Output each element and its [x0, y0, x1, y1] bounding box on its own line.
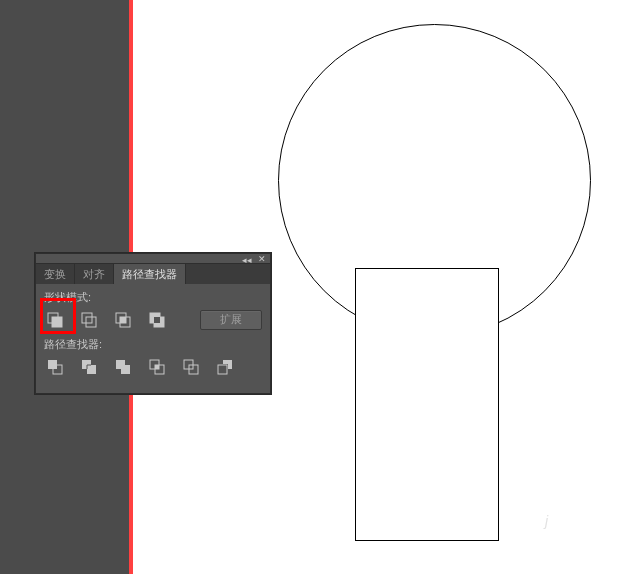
watermark: j: [545, 513, 548, 529]
tab-align[interactable]: 对齐: [75, 264, 114, 284]
divide-button[interactable]: [44, 356, 66, 378]
shape-rectangle[interactable]: [355, 268, 499, 541]
unite-button[interactable]: [44, 309, 66, 331]
minus-back-button[interactable]: [214, 356, 236, 378]
panel-menu-icon[interactable]: ◂◂: [242, 255, 252, 265]
svg-rect-3: [86, 317, 96, 327]
tab-transform[interactable]: 变换: [36, 264, 75, 284]
svg-rect-9: [154, 317, 160, 323]
tab-pathfinder[interactable]: 路径查找器: [114, 264, 186, 284]
expand-button[interactable]: 扩展: [200, 310, 262, 330]
minus-front-button[interactable]: [78, 309, 100, 331]
svg-rect-18: [155, 365, 159, 369]
panel-close-icon[interactable]: ✕: [258, 254, 266, 264]
minus-back-icon: [217, 359, 233, 375]
unite-icon: [47, 312, 63, 328]
minus-front-icon: [81, 312, 97, 328]
outline-icon: [183, 359, 199, 375]
pathfinder-panel: ◂◂ ✕ 变换 对齐 路径查找器 形状模式:: [35, 253, 271, 394]
shape-modes-row: 扩展: [44, 309, 262, 331]
panel-titlebar[interactable]: ◂◂ ✕: [36, 254, 270, 264]
svg-rect-13: [87, 365, 96, 374]
pathfinders-row: [44, 356, 262, 378]
exclude-icon: [149, 312, 165, 328]
panel-body: 形状模式:: [36, 284, 270, 390]
exclude-button[interactable]: [146, 309, 168, 331]
svg-rect-6: [120, 317, 126, 323]
intersect-icon: [115, 312, 131, 328]
trim-button[interactable]: [78, 356, 100, 378]
divide-icon: [47, 359, 63, 375]
crop-icon: [149, 359, 165, 375]
merge-icon: [115, 359, 131, 375]
merge-button[interactable]: [112, 356, 134, 378]
trim-icon: [81, 359, 97, 375]
svg-rect-21: [218, 365, 227, 374]
svg-rect-2: [82, 313, 92, 323]
outline-button[interactable]: [180, 356, 202, 378]
crop-button[interactable]: [146, 356, 168, 378]
pathfinders-label: 路径查找器:: [44, 337, 262, 352]
shape-modes-label: 形状模式:: [44, 290, 262, 305]
intersect-button[interactable]: [112, 309, 134, 331]
svg-rect-1: [52, 317, 62, 327]
panel-tabs: 变换 对齐 路径查找器: [36, 264, 270, 284]
